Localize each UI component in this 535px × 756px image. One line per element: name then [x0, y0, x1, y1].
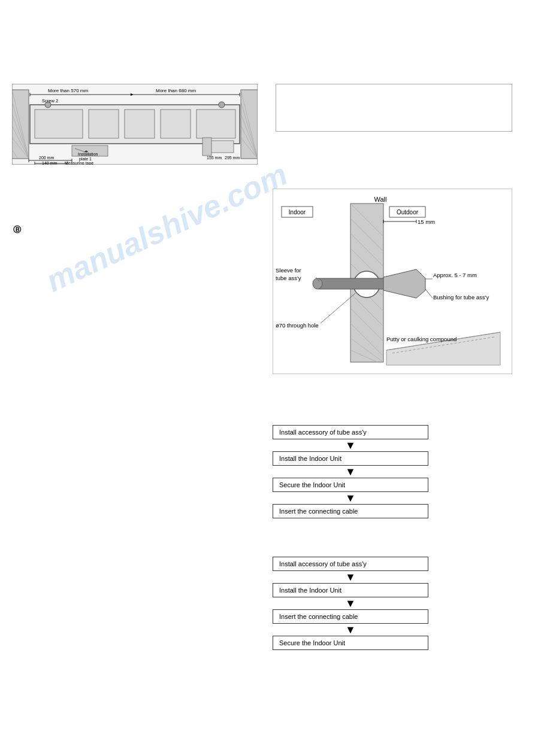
svg-rect-47	[202, 138, 211, 156]
flow2-step4: Secure the Indoor Unit	[273, 636, 428, 650]
svg-text:Outdoor: Outdoor	[397, 209, 419, 215]
svg-text:Wall: Wall	[374, 196, 387, 203]
svg-text:Indoor: Indoor	[289, 209, 306, 215]
svg-text:200 mm: 200 mm	[39, 156, 54, 160]
flow1-step2: Install the Indoor Unit	[273, 451, 428, 466]
svg-text:140 mm: 140 mm	[42, 161, 57, 165]
svg-point-68	[313, 278, 322, 289]
svg-rect-46	[210, 141, 234, 153]
flow1-step1: Install accessory of tube ass'y	[273, 425, 428, 439]
flow1-arrow3: ▼	[273, 492, 428, 504]
svg-rect-17	[89, 110, 119, 138]
svg-rect-20	[197, 110, 235, 138]
flow1-step3: Secure the Indoor Unit	[273, 478, 428, 492]
svg-text:ø70 through hole: ø70 through hole	[276, 322, 319, 329]
wall-section-diagram: Wall Indoor Outdoor	[273, 189, 512, 374]
flow2-step2: Install the Indoor Unit	[273, 583, 428, 597]
svg-text:Approx. 5 - 7 mm: Approx. 5 - 7 mm	[433, 272, 477, 278]
note-box	[276, 84, 512, 132]
svg-text:Bushing for tube ass'y: Bushing for tube ass'y	[433, 294, 489, 300]
flow1-step4: Insert the connecting cable	[273, 504, 428, 518]
flow2-arrow3: ▼	[273, 624, 428, 636]
svg-text:Putty or caulking compound: Putty or caulking compound	[386, 336, 457, 342]
svg-rect-16	[35, 110, 83, 138]
svg-text:tube ass'y: tube ass'y	[276, 275, 301, 281]
b-marker: Ⓑ	[13, 224, 21, 235]
svg-text:Installation: Installation	[78, 152, 98, 156]
svg-text:Screw  2: Screw 2	[42, 98, 58, 104]
svg-text:155 mm: 155 mm	[207, 156, 222, 160]
flow1-arrow2: ▼	[273, 466, 428, 478]
svg-rect-19	[161, 110, 191, 138]
svg-text:More than 680 mm: More than 680 mm	[156, 88, 196, 93]
svg-text:Sleeve for: Sleeve for	[276, 267, 301, 274]
svg-text:More than 570 mm: More than 570 mm	[48, 88, 88, 93]
flow2-step1: Install accessory of tube ass'y	[273, 557, 428, 571]
flow2-arrow1: ▼	[273, 571, 428, 583]
flowchart-1: Install accessory of tube ass'y ▼ Instal…	[273, 425, 428, 518]
page: manualshive.com Wall Wall ☁	[0, 0, 535, 756]
flow2-step3: Insert the connecting cable	[273, 609, 428, 624]
flow2-arrow2: ▼	[273, 597, 428, 609]
watermark: manualshive.com	[41, 156, 293, 299]
svg-text:295 mm: 295 mm	[225, 156, 240, 160]
flowchart-2: Install accessory of tube ass'y ▼ Instal…	[273, 557, 428, 650]
svg-point-24	[219, 102, 225, 108]
flow1-arrow1: ▼	[273, 439, 428, 451]
top-installation-diagram: ☁ More than 570 mm More than 680 mm Scre…	[12, 84, 258, 165]
svg-rect-18	[125, 110, 155, 138]
svg-text:15 mm: 15 mm	[418, 218, 435, 225]
svg-text:Measuring tape: Measuring tape	[65, 161, 93, 165]
